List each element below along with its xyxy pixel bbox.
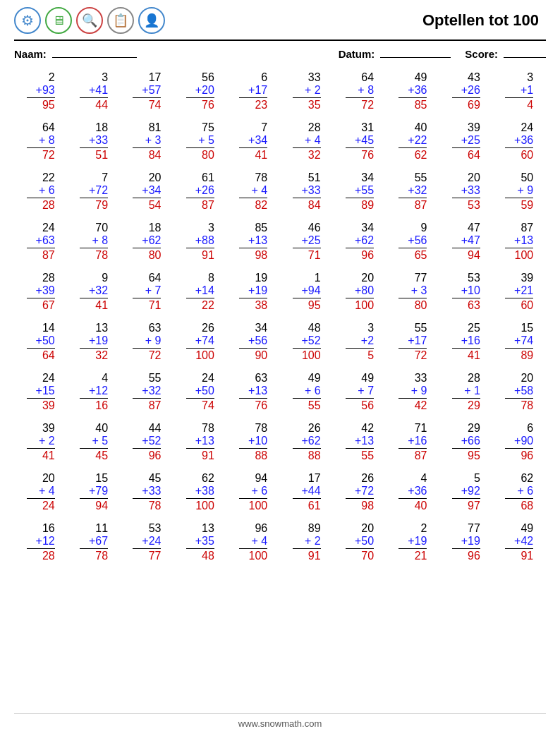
problem-8-5: 17+4461	[282, 469, 331, 515]
num-top: 4	[398, 472, 427, 485]
num-top: 53	[133, 522, 161, 535]
num-result: 72	[398, 349, 427, 362]
problem-8-0: 20+ 424	[16, 469, 66, 515]
problem-4-6: 20+80100	[335, 269, 384, 315]
score-input[interactable]	[504, 57, 546, 58]
problem-1-3: 75+ 580	[176, 119, 225, 164]
problem-4-3: 8+1422	[176, 269, 225, 315]
problem-2-8: 20+3353	[442, 169, 491, 215]
num-top: 3	[505, 71, 533, 84]
num-add: +74	[505, 334, 533, 349]
num-top: 24	[27, 372, 55, 385]
search-icon: 🔍	[76, 7, 103, 34]
problem-6-1: 4+1216	[69, 369, 118, 415]
naam-input[interactable]	[52, 57, 137, 58]
problem-2-0: 22+ 628	[16, 169, 66, 215]
problem-0-4: 6+1723	[229, 68, 278, 114]
problems-row-7: 39+ 24140+ 54544+529678+139178+108826+62…	[14, 419, 546, 465]
num-add: +55	[346, 184, 374, 198]
problem-7-0: 39+ 241	[16, 419, 66, 465]
problem-8-8: 5+9297	[442, 469, 491, 515]
num-result: 45	[80, 449, 108, 462]
num-top: 2	[398, 522, 427, 535]
num-result: 53	[452, 199, 480, 212]
num-top: 11	[80, 522, 108, 535]
num-add: + 4	[239, 184, 267, 198]
num-result: 100	[186, 500, 214, 512]
num-add: + 6	[293, 385, 321, 399]
num-add: +92	[452, 485, 480, 499]
num-result: 85	[398, 99, 427, 111]
num-top: 26	[293, 422, 321, 435]
num-result: 71	[133, 299, 161, 312]
num-top: 28	[293, 121, 321, 134]
datum-input[interactable]	[380, 57, 451, 58]
problem-8-7: 4+3640	[388, 469, 437, 515]
num-add: +39	[27, 284, 55, 298]
num-top: 34	[239, 322, 267, 334]
num-top: 8	[186, 272, 214, 284]
problem-6-4: 63+1376	[229, 369, 278, 415]
problem-0-2: 17+5774	[122, 68, 171, 114]
num-result: 38	[239, 299, 267, 312]
num-result: 78	[505, 399, 533, 412]
num-result: 72	[27, 149, 55, 162]
problems-row-6: 24+15394+121655+328724+507463+137649+ 65…	[14, 369, 546, 415]
problems-row-0: 2+93953+414417+577456+20766+172333+ 2356…	[14, 68, 546, 114]
num-top: 39	[27, 422, 55, 435]
num-add: + 7	[346, 385, 374, 399]
problem-2-2: 20+3454	[122, 169, 171, 215]
problem-9-9: 49+4291	[494, 519, 544, 565]
datum-label: Datum:	[339, 48, 375, 60]
problem-9-5: 89+ 291	[282, 519, 331, 565]
num-top: 55	[133, 372, 161, 385]
num-top: 15	[80, 472, 108, 485]
num-top: 34	[346, 171, 374, 184]
num-add: +10	[452, 284, 480, 298]
problem-3-4: 85+1398	[229, 219, 278, 265]
problem-7-5: 26+6288	[282, 419, 331, 465]
num-result: 91	[186, 249, 214, 262]
num-top: 24	[505, 121, 533, 134]
problem-4-1: 9+3241	[69, 269, 118, 315]
num-add: +94	[293, 284, 321, 298]
problem-2-4: 78+ 482	[229, 169, 278, 215]
num-result: 59	[505, 199, 533, 212]
num-top: 44	[133, 422, 161, 435]
num-top: 42	[346, 422, 374, 435]
problem-5-1: 13+1932	[69, 319, 118, 365]
num-top: 22	[27, 171, 55, 184]
num-add: +93	[27, 84, 55, 98]
num-add: +63	[27, 234, 55, 248]
form-row: Naam: Datum: Score:	[14, 48, 546, 60]
num-result: 96	[133, 449, 161, 462]
num-result: 41	[80, 299, 108, 312]
problem-8-6: 26+7298	[335, 469, 384, 515]
num-result: 54	[133, 199, 161, 212]
num-top: 6	[505, 422, 533, 435]
num-top: 16	[27, 522, 55, 535]
num-add: +62	[293, 435, 321, 449]
num-top: 50	[505, 171, 533, 184]
num-add: +16	[398, 435, 427, 449]
problem-3-7: 9+5665	[388, 219, 437, 265]
problem-4-2: 64+ 771	[122, 269, 171, 315]
num-result: 95	[452, 449, 480, 462]
num-add: +38	[186, 485, 214, 499]
num-top: 13	[186, 522, 214, 535]
num-result: 97	[452, 500, 480, 512]
num-result: 60	[505, 299, 533, 312]
num-result: 76	[186, 99, 214, 111]
num-add: + 8	[27, 134, 55, 148]
num-add: +52	[133, 435, 161, 449]
robot-icon: ⚙	[14, 7, 41, 34]
num-add: +10	[239, 435, 267, 449]
num-top: 26	[346, 472, 374, 485]
num-result: 29	[452, 399, 480, 412]
num-result: 87	[133, 399, 161, 412]
num-add: +79	[80, 485, 108, 499]
num-result: 40	[398, 500, 427, 512]
num-add: + 9	[133, 334, 161, 349]
num-add: +26	[452, 84, 480, 98]
num-top: 63	[239, 372, 267, 385]
